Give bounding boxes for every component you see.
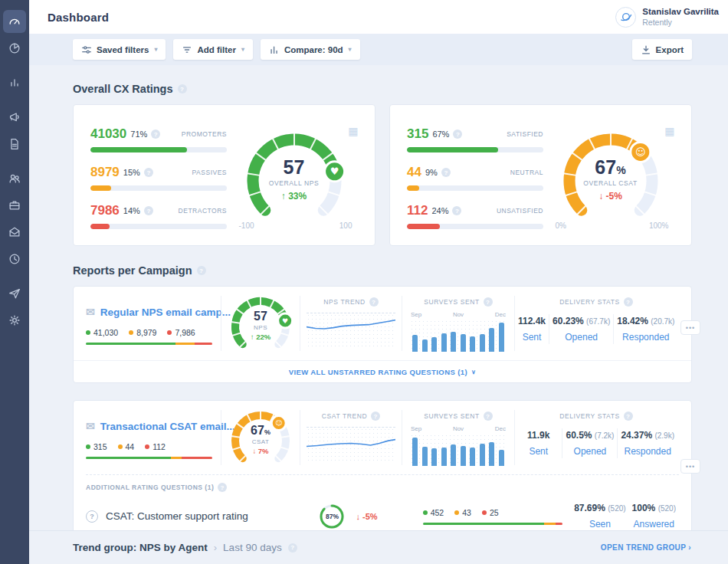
- help-icon[interactable]: ?: [178, 84, 187, 93]
- distribution-bar: [86, 457, 212, 459]
- chevron-down-icon: ∨: [471, 369, 476, 375]
- sidebar-item-reports[interactable]: [3, 37, 26, 60]
- add-filter-button[interactable]: Add filter▾: [173, 39, 253, 60]
- gauge-max-label: 100: [339, 221, 353, 230]
- neutral-count: 44: [407, 165, 421, 180]
- delivery-stats: DELIVERY STATS? 112.4k Sent 60.23% (67.7…: [515, 287, 680, 360]
- help-icon[interactable]: ?: [144, 168, 153, 177]
- sidebar-item-audience[interactable]: [3, 167, 26, 190]
- help-icon[interactable]: ?: [144, 206, 153, 215]
- sent-link[interactable]: Sent: [518, 446, 559, 457]
- help-icon[interactable]: ?: [624, 297, 633, 307]
- gauge-max-label: 100%: [649, 221, 669, 230]
- help-icon[interactable]: ?: [624, 412, 633, 421]
- promoters-row: 41030 71% ? PROMOTERS: [90, 126, 227, 152]
- calculator-icon[interactable]: ▦: [348, 126, 358, 136]
- sidebar-item-templates[interactable]: [3, 133, 26, 156]
- sidebar-item-inbox[interactable]: [3, 221, 26, 244]
- sidebar-item-dashboard[interactable]: [3, 10, 26, 33]
- unsatisfied-bar: [407, 224, 543, 229]
- question-change: ↓ -5%: [356, 512, 402, 521]
- section-title-overall: Overall CX Ratings: [73, 83, 173, 95]
- open-trend-group-link[interactable]: OPEN TREND GROUP ›: [601, 543, 691, 552]
- bar-chart-icon: [8, 76, 21, 90]
- answered-link[interactable]: Answered: [632, 519, 676, 530]
- saved-filters-button[interactable]: Saved filters▾: [73, 39, 166, 60]
- help-icon[interactable]: ?: [484, 412, 493, 421]
- surveys-sent-chart: SURVEYS SENT? Sep Nov Dec: [402, 287, 514, 360]
- help-icon[interactable]: ?: [218, 483, 227, 492]
- megaphone-icon: [8, 110, 21, 124]
- sidebar-item-history[interactable]: [3, 248, 26, 271]
- satisfied-bar: [407, 147, 543, 152]
- help-icon[interactable]: ?: [288, 543, 297, 553]
- campaign-name-link[interactable]: ✉ Transactional CSAT email...: [86, 420, 213, 432]
- section-title-campaigns: Reports per Campaign: [73, 264, 192, 277]
- gauge-min-label: -100: [239, 221, 254, 230]
- campaign-name-link[interactable]: ✉ Regular NPS email camp...: [86, 306, 213, 318]
- opened-stat: 60.5% (7.2k) Opened: [562, 428, 617, 458]
- sent-link[interactable]: Sent: [518, 332, 546, 343]
- more-options-button[interactable]: •••: [680, 320, 700, 335]
- help-icon[interactable]: ?: [453, 130, 462, 139]
- help-icon[interactable]: ?: [197, 266, 206, 275]
- chevron-down-icon: ▾: [349, 46, 352, 53]
- users-icon: [8, 172, 21, 185]
- sidebar-item-company[interactable]: [3, 194, 26, 217]
- sidebar-item-trends[interactable]: [3, 71, 26, 94]
- opened-link[interactable]: Opened: [553, 332, 610, 343]
- briefcase-icon: [8, 198, 21, 212]
- seen-link[interactable]: Seen: [574, 519, 625, 530]
- envelope-icon: [8, 225, 21, 239]
- export-button[interactable]: Export: [632, 39, 692, 60]
- responded-link[interactable]: Responded: [617, 332, 674, 343]
- satisfied-dot: [86, 444, 90, 449]
- delivery-stats: DELIVERY STATS? 11.9k Sent 60.5% (7.2k) …: [515, 401, 680, 474]
- planet-icon: [618, 9, 634, 25]
- calculator-icon[interactable]: ▦: [664, 126, 674, 136]
- gauge-min-label: 0%: [556, 221, 566, 230]
- campaign-nps-gauge: ♥ 57 NPS ↑ 22%: [224, 291, 297, 359]
- help-icon[interactable]: ?: [484, 297, 493, 307]
- sidebar-item-settings[interactable]: [3, 309, 26, 332]
- help-icon[interactable]: ?: [369, 297, 379, 307]
- campaign-csat-gauge: ☺ 67% CSAT ↓ 7%: [224, 405, 297, 473]
- additional-rating-questions: ADDITIONAL RATING QUESTIONS (1) ? ? CSAT…: [86, 474, 679, 530]
- distribution-bar: [86, 343, 212, 345]
- nps-trend-chart: NPS TREND?: [300, 287, 402, 360]
- opened-link[interactable]: Opened: [566, 446, 614, 457]
- satisfied-row: 315 67% ? SATISFIED: [407, 126, 543, 152]
- neutral-row: 44 9% ? NEUTRAL: [407, 165, 543, 191]
- user-name: Stanislav Gavrilita: [642, 7, 719, 17]
- user-menu[interactable]: Stanislav Gavrilita Retently: [615, 7, 719, 28]
- chevron-right-icon: ›: [214, 542, 217, 553]
- sidebar-item-outbox[interactable]: [3, 282, 26, 305]
- clock-icon: [8, 252, 21, 266]
- help-icon[interactable]: ?: [452, 206, 461, 215]
- csat-gauge: ☺ 67% OVERALL CSAT ↓ -5% 0% 100% ▦: [549, 124, 672, 231]
- promoters-bar: [90, 147, 227, 152]
- question-legend: 452 43 25: [423, 508, 572, 525]
- paper-plane-icon: [8, 287, 21, 300]
- chevron-down-icon: ▾: [154, 46, 157, 53]
- sidebar: [0, 0, 29, 564]
- compare-button[interactable]: Compare: 90d▾: [261, 39, 360, 60]
- responded-link[interactable]: Responded: [621, 446, 674, 457]
- help-icon[interactable]: ?: [371, 412, 380, 421]
- top-header: Dashboard Stanislav Gavrilita Retently: [29, 0, 728, 34]
- nps-score: 57: [284, 158, 305, 177]
- promoters-count: 41030: [90, 126, 126, 142]
- satisfied-count: 315: [407, 126, 428, 142]
- detractors-row: 7986 14% ? DETRACTORS: [90, 203, 227, 229]
- sidebar-item-campaigns[interactable]: [3, 106, 26, 129]
- help-icon[interactable]: ?: [151, 130, 160, 139]
- question-score-ring: 87%: [319, 503, 345, 530]
- campaign-card-csat: ✉ Transactional CSAT email... 315 44 112: [73, 400, 692, 530]
- help-icon[interactable]: ?: [441, 168, 451, 177]
- csat-trend-chart: CSAT TREND?: [300, 401, 402, 474]
- dashboard-gauge-icon: [8, 15, 21, 28]
- more-options-button[interactable]: •••: [680, 459, 700, 474]
- csat-overview-card: 315 67% ? SATISFIED 44 9% ?: [389, 104, 692, 246]
- view-all-questions-link[interactable]: VIEW ALL UNSTARRED RATING QUESTIONS (1)∨: [74, 360, 691, 382]
- campaign-card-nps: ✉ Regular NPS email camp... 41,030 8,979…: [73, 286, 692, 383]
